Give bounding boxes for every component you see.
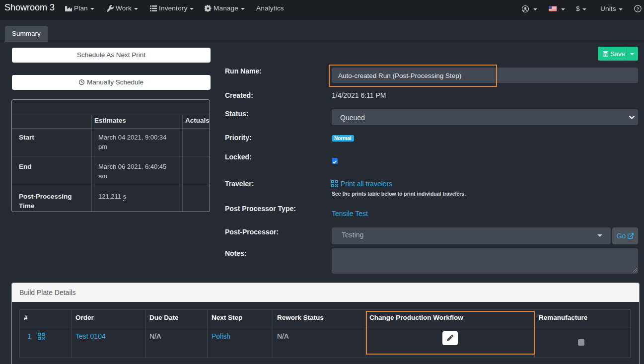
svg-text:?: ? — [636, 6, 639, 11]
